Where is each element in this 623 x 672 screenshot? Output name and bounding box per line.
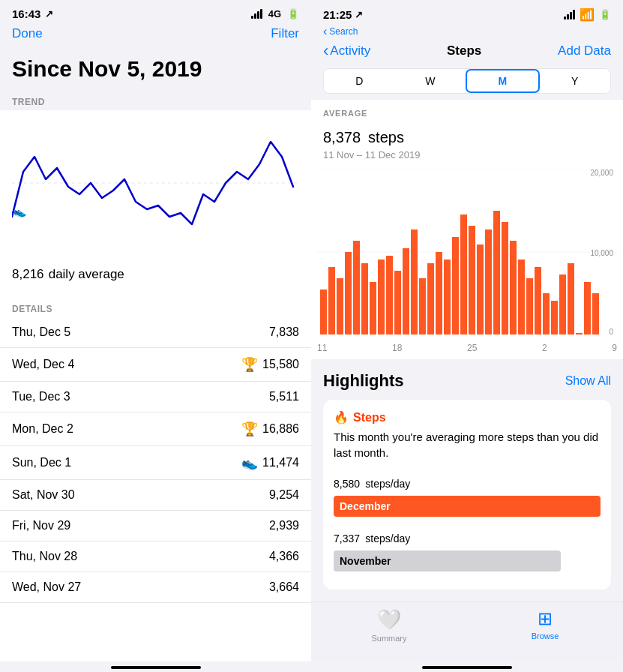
done-button[interactable]: Done xyxy=(12,26,43,41)
avg-number: 8,378 xyxy=(323,129,361,146)
svg-rect-37 xyxy=(559,274,566,334)
tab-bar: 🤍 Summary ⊞ Browse xyxy=(311,602,623,662)
svg-rect-20 xyxy=(419,278,426,334)
svg-rect-10 xyxy=(337,278,343,334)
signal-icon xyxy=(251,9,262,19)
november-number: 7,337 xyxy=(334,532,360,544)
svg-rect-9 xyxy=(328,267,335,334)
trophy-icon: 🏆 xyxy=(241,421,258,437)
add-data-button[interactable]: Add Data xyxy=(558,44,611,58)
show-all-button[interactable]: Show All xyxy=(565,374,611,388)
detail-date: Mon, Dec 2 xyxy=(12,422,73,436)
detail-number: 16,886 xyxy=(262,422,299,436)
x-label-9: 9 xyxy=(612,343,617,353)
svg-rect-22 xyxy=(436,252,442,334)
battery-left: 🔋 xyxy=(287,8,299,20)
svg-rect-31 xyxy=(510,241,517,334)
detail-value: 3,664 xyxy=(269,580,299,594)
back-nav[interactable]: ‹ Activity xyxy=(323,41,370,61)
line-chart-svg: 👟 xyxy=(12,119,299,247)
x-label-2: 2 xyxy=(542,343,547,353)
svg-rect-23 xyxy=(444,260,451,334)
svg-text:10,000: 10,000 xyxy=(590,249,613,257)
daily-avg-label: daily average xyxy=(49,267,124,281)
search-back-row: ‹ Search xyxy=(311,25,623,40)
svg-rect-34 xyxy=(535,267,541,334)
nav-bar-left: Done Filter xyxy=(0,23,311,47)
x-label-18: 18 xyxy=(392,343,402,353)
details-section: DETAILS Thu, Dec 57,838Wed, Dec 4🏆15,580… xyxy=(0,292,311,662)
browse-label: Browse xyxy=(532,632,559,640)
filter-button[interactable]: Filter xyxy=(271,26,299,41)
home-indicator-left xyxy=(111,666,201,669)
december-row: 8,580 steps/day December xyxy=(334,470,601,517)
status-bar-right: 21:25 ↗ 📶 🔋 xyxy=(311,0,623,25)
highlights-section: Highlights Show All 🔥 Steps This month y… xyxy=(311,359,623,602)
detail-value: 4,366 xyxy=(269,550,299,563)
svg-rect-38 xyxy=(568,263,574,334)
chart-x-labels: 11 18 25 2 9 xyxy=(311,343,623,353)
svg-rect-27 xyxy=(477,244,484,334)
svg-text:0: 0 xyxy=(609,328,613,334)
status-icons-right: 📶 🔋 xyxy=(564,8,611,22)
segment-d[interactable]: D xyxy=(324,69,395,93)
svg-rect-17 xyxy=(394,271,401,334)
table-row: Thu, Nov 284,366 xyxy=(0,542,311,572)
tab-browse[interactable]: ⊞ Browse xyxy=(523,608,568,640)
detail-number: 7,838 xyxy=(269,326,299,339)
segment-m[interactable]: M xyxy=(466,69,540,93)
highlights-title: Highlights xyxy=(323,371,404,391)
table-row: Mon, Dec 2🏆16,886 xyxy=(0,412,311,446)
tab-summary[interactable]: 🤍 Summary xyxy=(367,608,412,643)
right-panel: 21:25 ↗ 📶 🔋 ‹ Search ‹ Activity Steps Ad… xyxy=(311,0,623,672)
november-value: 7,337 steps/day xyxy=(334,524,601,548)
svg-rect-25 xyxy=(460,214,467,334)
daily-avg-number: 8,216 xyxy=(12,267,44,281)
svg-rect-24 xyxy=(452,237,459,334)
detail-rows: Thu, Dec 57,838Wed, Dec 4🏆15,580Tue, Dec… xyxy=(0,317,311,603)
trend-label: TREND xyxy=(0,88,311,110)
detail-value: 7,838 xyxy=(269,326,299,339)
november-bar-row: November xyxy=(334,548,601,572)
svg-rect-8 xyxy=(320,290,327,334)
trophy-icon: 🏆 xyxy=(241,356,258,373)
detail-number: 3,664 xyxy=(269,580,299,594)
avg-value: 8,378 steps xyxy=(323,118,611,149)
since-title: Since Nov 5, 2019 xyxy=(0,47,311,88)
svg-rect-11 xyxy=(345,252,352,334)
detail-date: Thu, Dec 5 xyxy=(12,326,70,339)
svg-text:20,000: 20,000 xyxy=(590,170,613,177)
average-section: AVERAGE 8,378 steps 11 Nov – 11 Dec 2019 xyxy=(311,100,623,170)
table-row: Tue, Dec 35,511 xyxy=(0,382,311,412)
detail-date: Tue, Dec 3 xyxy=(12,390,70,404)
detail-value: 2,939 xyxy=(269,519,299,532)
signal-icon-right xyxy=(564,10,575,20)
svg-rect-41 xyxy=(592,293,599,334)
back-chevron-big: ‹ xyxy=(323,41,328,61)
line-chart-container: 👟 xyxy=(0,110,311,260)
bar-chart-svg: 20,000 10,000 0 xyxy=(317,170,617,334)
table-row: Wed, Dec 4🏆15,580 xyxy=(0,348,311,382)
detail-date: Sat, Nov 30 xyxy=(12,488,75,502)
back-label[interactable]: Activity xyxy=(330,44,370,58)
avg-unit: steps xyxy=(368,129,404,146)
svg-rect-19 xyxy=(411,230,418,334)
page-title-right: Steps xyxy=(447,44,481,58)
time-left: 16:43 xyxy=(12,8,40,20)
detail-value: 👟11,474 xyxy=(241,454,299,471)
segment-y[interactable]: Y xyxy=(540,69,611,93)
segment-w[interactable]: W xyxy=(395,69,466,93)
detail-date: Thu, Nov 28 xyxy=(12,550,77,563)
status-bar-left: 16:43 ↗ 4G 🔋 xyxy=(0,0,311,23)
table-row: Sun, Dec 1👟11,474 xyxy=(0,446,311,480)
svg-rect-28 xyxy=(485,230,492,334)
november-bar-label: November xyxy=(340,555,391,567)
svg-rect-36 xyxy=(551,301,558,334)
detail-date: Sun, Dec 1 xyxy=(12,456,71,470)
network-left: 4G xyxy=(268,8,281,20)
detail-value: 9,254 xyxy=(269,488,299,502)
location-icon: ↗ xyxy=(45,8,53,20)
browse-icon: ⊞ xyxy=(538,608,553,629)
search-label[interactable]: Search xyxy=(329,26,358,37)
left-panel: 16:43 ↗ 4G 🔋 Done Filter Since Nov 5, 20… xyxy=(0,0,311,672)
